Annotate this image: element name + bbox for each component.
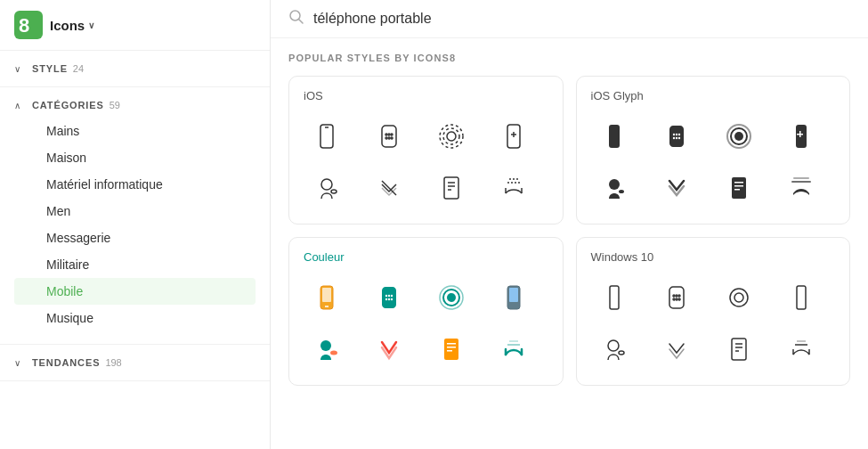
section-tendances-header[interactable]: ∨ TENDANCES 198 xyxy=(14,354,256,371)
svg-rect-68 xyxy=(447,347,456,348)
svg-point-6 xyxy=(385,134,387,135)
svg-point-12 xyxy=(447,132,456,141)
category-musique[interactable]: Musique xyxy=(14,305,256,331)
svg-rect-47 xyxy=(734,189,740,191)
svg-rect-45 xyxy=(734,182,743,184)
svg-point-64 xyxy=(320,340,331,351)
glyph-icon-8[interactable] xyxy=(778,165,824,211)
win-icon-1[interactable] xyxy=(591,274,637,321)
ios-icon-7[interactable] xyxy=(428,165,475,211)
glyph-icon-6[interactable] xyxy=(653,165,700,211)
glyph-icon-5[interactable] xyxy=(591,165,637,211)
category-mains[interactable]: Mains xyxy=(14,118,256,144)
glyph-icon-4[interactable] xyxy=(778,113,824,159)
card-ios-glyph-title: iOS Glyph xyxy=(591,89,836,102)
win-icon-8[interactable] xyxy=(778,326,824,372)
svg-point-8 xyxy=(391,134,393,135)
couleur-icon-7[interactable] xyxy=(428,326,475,372)
ios-icon-6[interactable] xyxy=(366,165,412,211)
styles-grid: iOS xyxy=(288,76,850,386)
card-ios-title: iOS xyxy=(304,89,548,102)
main-content: POPULAR STYLES BY ICONS8 iOS xyxy=(271,0,868,449)
section-categories-arrow: ∧ xyxy=(14,101,25,110)
ios-icon-1[interactable] xyxy=(304,113,350,159)
category-maison[interactable]: Maison xyxy=(14,144,256,171)
categories-list: Mains Maison Matériel informatique Men M… xyxy=(14,114,256,335)
section-categories-title: CATÉGORIES xyxy=(32,100,104,110)
ios-icon-2[interactable] xyxy=(366,113,412,159)
search-icon xyxy=(288,9,304,29)
couleur-icon-5[interactable] xyxy=(304,326,350,372)
section-categories: ∧ CATÉGORIES 59 Mains Maison Matériel in… xyxy=(0,87,270,345)
logo-chevron-icon: ∨ xyxy=(88,20,94,30)
section-tendances-arrow: ∨ xyxy=(14,358,25,368)
ios-icon-8[interactable] xyxy=(491,165,537,211)
glyph-icon-2[interactable] xyxy=(653,113,700,159)
section-style: ∨ STYLE 24 xyxy=(0,51,270,87)
svg-point-42 xyxy=(609,179,620,190)
card-windows10: Windows 10 xyxy=(576,237,851,386)
category-militaire[interactable]: Militaire xyxy=(14,251,256,278)
svg-rect-41 xyxy=(797,134,803,135)
svg-text:8: 8 xyxy=(19,14,29,37)
ios-icon-5[interactable] xyxy=(304,165,350,211)
svg-point-75 xyxy=(673,295,675,297)
glyph-icon-1[interactable] xyxy=(591,113,637,159)
section-tendances-title: TENDANCES xyxy=(32,357,100,368)
svg-rect-66 xyxy=(444,339,458,360)
svg-point-82 xyxy=(730,289,748,306)
category-materiel[interactable]: Matériel informatique xyxy=(14,171,256,198)
win-icon-6[interactable] xyxy=(653,326,700,372)
ios-icon-3[interactable] xyxy=(428,113,475,159)
win-icon-2[interactable] xyxy=(653,274,700,321)
svg-point-13 xyxy=(443,128,459,144)
couleur-icon-2[interactable] xyxy=(366,274,412,321)
card-windows10-icons xyxy=(591,274,836,372)
card-ios-icons xyxy=(304,113,548,211)
svg-line-20 xyxy=(382,181,396,195)
svg-point-10 xyxy=(388,137,390,139)
svg-rect-44 xyxy=(732,177,746,199)
card-windows10-title: Windows 10 xyxy=(591,250,836,264)
win-icon-4[interactable] xyxy=(778,274,824,321)
section-style-header[interactable]: ∨ STYLE 24 xyxy=(14,60,256,78)
glyph-icon-7[interactable] xyxy=(716,165,762,211)
couleur-icon-6[interactable] xyxy=(366,326,412,372)
win-icon-3[interactable] xyxy=(716,274,762,321)
section-categories-count: 59 xyxy=(110,100,120,110)
svg-point-80 xyxy=(678,298,680,300)
win-icon-5[interactable] xyxy=(591,326,637,372)
section-categories-header[interactable]: ∧ CATÉGORIES 59 xyxy=(14,96,256,114)
sidebar: 8 Icons ∨ ∨ STYLE 24 ∧ CATÉGORIES 59 Mai… xyxy=(0,0,271,449)
svg-point-19 xyxy=(331,190,337,193)
logo-button[interactable]: Icons ∨ xyxy=(50,18,94,33)
svg-point-79 xyxy=(676,298,677,300)
svg-point-54 xyxy=(388,295,390,297)
svg-point-31 xyxy=(675,134,677,135)
svg-point-58 xyxy=(391,298,393,300)
svg-rect-63 xyxy=(509,288,518,302)
ios-icon-4[interactable] xyxy=(491,113,537,159)
svg-point-7 xyxy=(388,134,390,135)
search-input[interactable] xyxy=(313,11,850,27)
category-mobile[interactable]: Mobile xyxy=(14,278,256,305)
svg-point-81 xyxy=(734,293,743,302)
glyph-icon-3[interactable] xyxy=(716,113,762,159)
svg-point-36 xyxy=(734,132,743,141)
svg-rect-39 xyxy=(796,125,807,148)
svg-rect-49 xyxy=(793,177,809,179)
couleur-icon-3[interactable] xyxy=(428,274,475,321)
svg-point-18 xyxy=(321,179,332,190)
svg-point-77 xyxy=(678,295,680,297)
category-men[interactable]: Men xyxy=(14,198,256,224)
category-messagerie[interactable]: Messagerie xyxy=(14,224,256,251)
couleur-icon-8[interactable] xyxy=(491,326,537,372)
win-icon-7[interactable] xyxy=(716,326,762,372)
svg-rect-29 xyxy=(609,125,620,148)
svg-point-32 xyxy=(677,134,679,135)
couleur-icon-1[interactable] xyxy=(304,274,350,321)
svg-point-57 xyxy=(388,298,390,300)
popular-title: POPULAR STYLES BY ICONS8 xyxy=(288,53,850,63)
couleur-icon-4[interactable] xyxy=(491,274,537,321)
section-tendances: ∨ TENDANCES 198 xyxy=(0,345,270,381)
